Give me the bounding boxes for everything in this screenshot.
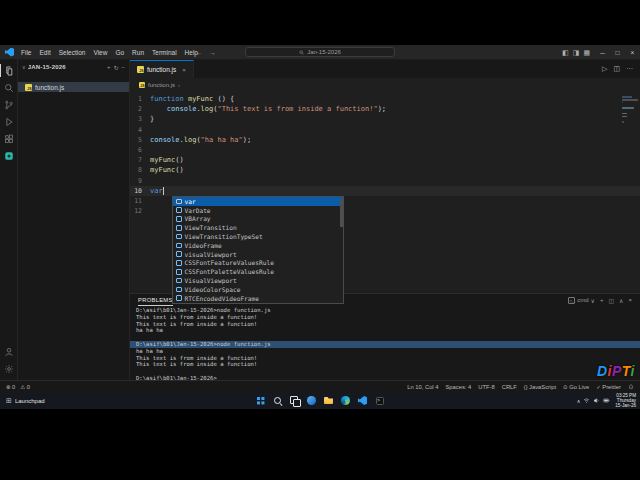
- terminal-output[interactable]: D:\asif\b01\Jan-15-2026>node function.js…: [130, 306, 640, 380]
- class-icon: [176, 278, 182, 284]
- eol-sequence[interactable]: CRLF: [502, 384, 517, 390]
- menu-view[interactable]: View: [89, 49, 111, 56]
- suggestion-cssfontpalettevaluesrule[interactable]: CSSFontPaletteValuesRule: [173, 267, 343, 276]
- source-control-icon[interactable]: [0, 96, 18, 113]
- screen: FileEditSelectionViewGoRunTerminalHelp ←…: [0, 0, 640, 480]
- cursor-position[interactable]: Ln 10, Col 4: [407, 384, 438, 390]
- suggestion-viewtransitiontypeset[interactable]: ViewTransitionTypeSet: [173, 232, 343, 241]
- widgets-icon[interactable]: [306, 395, 317, 406]
- menu-terminal[interactable]: Terminal: [148, 49, 181, 56]
- tab-label: function.js: [147, 66, 176, 73]
- tab-function-js[interactable]: function.js ×: [130, 60, 194, 78]
- explorer-icon[interactable]: [0, 62, 18, 79]
- taskbar-clock[interactable]: 03:25 PM Thursday 15-Jan-26: [615, 393, 636, 408]
- maximize-button[interactable]: □: [610, 45, 625, 60]
- breadcrumb[interactable]: function.js ›: [130, 78, 640, 91]
- toggle-panel-icon[interactable]: ◨: [573, 49, 580, 57]
- menu-selection[interactable]: Selection: [55, 49, 90, 56]
- notifications-bell-icon[interactable]: [628, 384, 634, 390]
- vscode-icon[interactable]: [357, 395, 368, 406]
- shell-selector[interactable]: >_ cmd ∨: [568, 297, 595, 304]
- wifi-icon[interactable]: [583, 397, 590, 404]
- maximize-panel-icon[interactable]: ∧: [619, 297, 623, 304]
- edge-icon[interactable]: [340, 395, 351, 406]
- taskbar-launchpad[interactable]: ⊞ Launchpad: [6, 392, 45, 409]
- code-line-1[interactable]: 1function myFunc () {: [130, 94, 640, 104]
- suggest-scrollbar[interactable]: [340, 199, 343, 227]
- code-line-8[interactable]: 8myFunc(): [130, 165, 640, 175]
- tab-problems[interactable]: PROBLEMS: [138, 294, 173, 306]
- run-debug-icon[interactable]: [0, 113, 18, 130]
- close-button[interactable]: ×: [625, 45, 640, 60]
- tray-chevron-icon[interactable]: ∧: [577, 398, 581, 404]
- watermark-letter: i: [631, 363, 635, 379]
- toggle-sidebar-icon[interactable]: ◧: [562, 49, 569, 57]
- split-terminal-icon[interactable]: ◫: [608, 297, 614, 304]
- volume-icon[interactable]: [593, 397, 600, 404]
- minimap[interactable]: [622, 95, 638, 130]
- code-line-4[interactable]: 4: [130, 125, 640, 135]
- suggestion-videocolorspace[interactable]: VideoColorSpace: [173, 285, 343, 294]
- breadcrumb-item[interactable]: function.js: [148, 82, 175, 88]
- class-icon: [176, 234, 182, 240]
- language-mode[interactable]: {}JavaScript: [524, 384, 556, 390]
- code-line-9[interactable]: 9: [130, 176, 640, 186]
- split-editor-icon[interactable]: ◫: [613, 65, 620, 73]
- suggestion-vardate[interactable]: VarDate: [173, 206, 343, 215]
- menu-file[interactable]: File: [17, 49, 35, 56]
- tab-bar: function.js × ▷◫⋯: [130, 60, 640, 78]
- task-view-icon[interactable]: [289, 395, 300, 406]
- js-file-icon: [137, 66, 144, 73]
- suggestion-rtcencodedvideoframe[interactable]: RTCEncodedVideoFrame: [173, 294, 343, 303]
- settings-icon[interactable]: [0, 360, 18, 377]
- file-explorer-icon[interactable]: [323, 395, 334, 406]
- minimize-button[interactable]: ─: [595, 45, 610, 60]
- terminal-line-10: [130, 368, 640, 375]
- close-tab-icon[interactable]: ×: [182, 67, 186, 73]
- start-icon[interactable]: [255, 395, 266, 406]
- customize-layout-icon[interactable]: ▦: [583, 49, 590, 57]
- suggestion-var[interactable]: var: [173, 197, 343, 206]
- suggestion-visualviewport[interactable]: visualViewport: [173, 250, 343, 259]
- live-server-icon[interactable]: [0, 147, 18, 164]
- menu-go[interactable]: Go: [111, 49, 128, 56]
- back-icon[interactable]: ←: [196, 49, 203, 56]
- forward-icon[interactable]: →: [209, 49, 216, 56]
- run-icon[interactable]: ▷: [602, 65, 607, 73]
- explorer-section-header[interactable]: ∨ JAN-15-2026 +↻−: [18, 60, 129, 74]
- battery-icon[interactable]: [603, 397, 610, 404]
- code-line-3[interactable]: 3}: [130, 114, 640, 124]
- code-line-7[interactable]: 7myFunc(): [130, 155, 640, 165]
- new-file-icon[interactable]: +: [107, 64, 111, 71]
- suggestion-visualviewport[interactable]: VisualViewport: [173, 276, 343, 285]
- suggestion-videoframe[interactable]: VideoFrame: [173, 241, 343, 250]
- account-icon[interactable]: [0, 343, 18, 360]
- menu-edit[interactable]: Edit: [35, 49, 54, 56]
- prettier[interactable]: ✓Prettier: [596, 384, 621, 390]
- search-icon[interactable]: [272, 395, 283, 406]
- extensions-icon[interactable]: [0, 130, 18, 147]
- collapse-folders-icon[interactable]: −: [121, 64, 125, 71]
- encoding[interactable]: UTF-8: [478, 384, 494, 390]
- refresh-explorer-icon[interactable]: ↻: [113, 64, 118, 71]
- code-line-2[interactable]: 2 console.log("This text is from inside …: [130, 104, 640, 114]
- terminal-line-6: D:\asif\b01\Jan-15-2026>node function.js: [130, 341, 640, 348]
- suggestion-vbarray[interactable]: VBArray: [173, 215, 343, 224]
- search-icon[interactable]: [0, 79, 18, 96]
- suggestion-cssfontfeaturevaluesrule[interactable]: CSSFontFeatureValuesRule: [173, 259, 343, 268]
- go-live[interactable]: ⊙Go Live: [563, 384, 589, 390]
- suggestion-viewtransition[interactable]: ViewTransition: [173, 223, 343, 232]
- close-panel-icon[interactable]: ×: [628, 297, 632, 303]
- code-line-10[interactable]: 10var: [130, 186, 640, 196]
- warnings-indicator[interactable]: ⚠0: [20, 384, 30, 390]
- menu-run[interactable]: Run: [128, 49, 148, 56]
- file-item-function-js[interactable]: function.js: [18, 82, 129, 92]
- code-line-6[interactable]: 6: [130, 145, 640, 155]
- code-line-5[interactable]: 5console.log("ha ha ha");: [130, 135, 640, 145]
- indentation[interactable]: Spaces: 4: [446, 384, 472, 390]
- new-terminal-icon[interactable]: +: [600, 297, 604, 303]
- terminal-icon[interactable]: [374, 395, 385, 406]
- command-center[interactable]: Jan-15-2026: [245, 47, 395, 57]
- more-actions-icon[interactable]: ⋯: [626, 65, 633, 73]
- errors-indicator[interactable]: ⊗0: [6, 384, 15, 390]
